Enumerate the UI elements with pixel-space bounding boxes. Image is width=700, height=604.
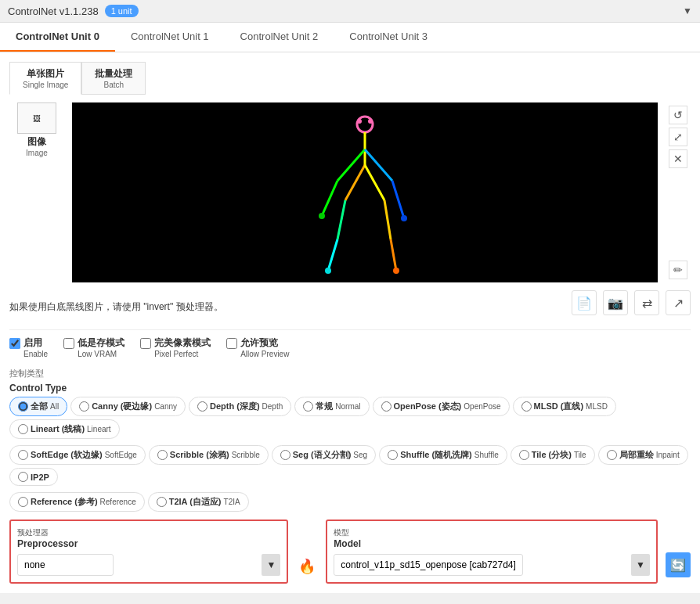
unit-badge: 1 unit: [105, 5, 139, 17]
fullscreen-btn[interactable]: ⤢: [669, 128, 687, 146]
close-image-btn[interactable]: ✕: [669, 149, 687, 168]
control-type-row1: 全部 All Canny (硬边缘) Canny Depth (深度) Dept…: [9, 397, 691, 439]
preprocessor-main-label: Preprocessor: [17, 538, 280, 549]
enable-label[interactable]: 启用: [9, 336, 42, 350]
control-type-row3: Reference (参考) Reference T2IA (自适应) T2IA: [9, 492, 691, 512]
model-select[interactable]: control_v11p_sd15_openpose [cab727d4]: [334, 554, 523, 576]
pixel-perfect-label[interactable]: 完美像素模式: [140, 336, 211, 350]
arrow-btn[interactable]: ↗: [666, 290, 691, 315]
svg-line-10: [384, 200, 391, 239]
svg-line-7: [365, 165, 384, 200]
preprocessor-panel: 预处理器 Preprocessor none openpose openpose…: [9, 520, 288, 584]
control-type-row2: SoftEdge (软边缘) SoftEdge Scribble (涂鸦) Sc…: [9, 445, 691, 486]
low-vram-label[interactable]: 低是存模式: [63, 336, 124, 350]
image-label-panel: 🖼 图像 Image: [9, 102, 64, 282]
low-vram-checkbox[interactable]: [63, 338, 74, 349]
allow-preview-checkbox[interactable]: [226, 338, 237, 349]
allow-preview-option: 允许预览 Allow Preview: [226, 336, 289, 358]
image-area: 🖼 图像 Image: [9, 102, 691, 282]
preprocessor-label: 预处理器: [17, 527, 280, 538]
content-area: 单张图片 Single Image 批量处理 Batch 🖼 图像 Image: [0, 52, 700, 593]
tabs-container: ControlNet Unit 0 ControlNet Unit 1 Cont…: [0, 23, 700, 52]
ctrl-canny[interactable]: Canny (硬边缘) Canny: [70, 397, 186, 416]
upload-file-btn[interactable]: 📄: [572, 290, 597, 315]
model-panel: 模型 Model control_v11p_sd15_openpose [cab…: [326, 520, 658, 584]
ctrl-tile[interactable]: Tile (分块) Tile: [511, 445, 595, 465]
action-buttons: 📄 📷 ⇄ ↗: [572, 290, 691, 315]
ctrl-scribble[interactable]: Scribble (涂鸦) Scribble: [149, 445, 269, 465]
control-type-heading: 控制类型 Control Type: [9, 368, 691, 394]
image-sub-label: Image: [26, 149, 48, 157]
model-main-label: Model: [334, 538, 650, 549]
refresh-btn-wrapper: 🔄: [666, 520, 691, 584]
notice-actions-row: 如果使用白底黑线图片，请使用 "invert" 预处理器。 📄 📷 ⇄ ↗: [9, 290, 691, 323]
svg-point-16: [325, 268, 331, 274]
svg-line-3: [322, 181, 337, 216]
pose-canvas: [275, 102, 455, 282]
app-title: ControlNet v1.1.238: [8, 5, 99, 17]
model-dropdown-arrow[interactable]: ▼: [631, 554, 650, 576]
fire-icon: 🔥: [296, 555, 318, 577]
low-vram-option: 低是存模式 Low VRAM: [63, 336, 124, 358]
model-select-row: control_v11p_sd15_openpose [cab727d4] ▼: [334, 554, 650, 576]
options-row: 启用 Enable 低是存模式 Low VRAM 完美像素模式 Pixel Pe…: [9, 336, 691, 358]
svg-point-12: [357, 119, 362, 124]
ctrl-normal[interactable]: 常规 Normal: [294, 397, 369, 416]
edit-image-btn[interactable]: ✏: [669, 261, 687, 279]
ctrl-reference[interactable]: Reference (参考) Reference: [9, 492, 145, 512]
fire-icon-wrapper: 🔥: [296, 520, 318, 584]
image-display[interactable]: [72, 102, 658, 282]
svg-line-5: [392, 181, 404, 218]
pixel-perfect-checkbox[interactable]: [140, 338, 151, 349]
enable-checkbox[interactable]: [9, 338, 20, 349]
model-label: 模型: [334, 527, 650, 538]
svg-line-6: [345, 165, 365, 200]
ctrl-inpaint[interactable]: 局部重绘 Inpaint: [598, 445, 688, 465]
ctrl-mlsd[interactable]: MLSD (直线) MLSD: [513, 397, 616, 416]
ctrl-shuffle[interactable]: Shuffle (随机洗牌) Shuffle: [379, 445, 507, 465]
tab-unit3[interactable]: ControlNet Unit 3: [334, 23, 443, 52]
main-tabs: ControlNet Unit 0 ControlNet Unit 1 Cont…: [0, 23, 700, 52]
tab-unit2[interactable]: ControlNet Unit 2: [225, 23, 334, 52]
svg-line-8: [337, 200, 345, 239]
bottom-panels: 预处理器 Preprocessor none openpose openpose…: [9, 520, 691, 584]
svg-point-14: [319, 213, 325, 219]
tab-unit1[interactable]: ControlNet Unit 1: [115, 23, 225, 52]
preprocessor-dropdown-wrapper: none openpose openpose_face openpose_fac…: [17, 554, 257, 576]
sub-tabs: 单张图片 Single Image 批量处理 Batch: [9, 62, 691, 95]
swap-btn[interactable]: ⇄: [634, 290, 659, 315]
svg-line-11: [391, 239, 396, 271]
notice-text: 如果使用白底黑线图片，请使用 "invert" 预处理器。: [9, 300, 223, 314]
camera-btn[interactable]: 📷: [603, 290, 628, 315]
svg-line-4: [365, 149, 392, 181]
image-main-label: 图像: [26, 135, 48, 149]
ctrl-all[interactable]: 全部 All: [9, 397, 67, 416]
refresh-model-btn[interactable]: 🔄: [666, 552, 691, 577]
app-header: ControlNet v1.1.238 1 unit ▼: [0, 0, 700, 23]
preprocessor-select-row: none openpose openpose_face openpose_fac…: [17, 554, 280, 576]
ctrl-softedge[interactable]: SoftEdge (软边缘) SoftEdge: [9, 445, 146, 465]
allow-preview-label[interactable]: 允许预览: [226, 336, 278, 350]
tab-unit0[interactable]: ControlNet Unit 0: [0, 23, 115, 52]
svg-point-15: [401, 215, 407, 221]
sub-tab-batch[interactable]: 批量处理 Batch: [81, 62, 146, 95]
model-dropdown-wrapper: control_v11p_sd15_openpose [cab727d4]: [334, 554, 626, 576]
ctrl-openpose[interactable]: OpenPose (姿态) OpenPose: [373, 397, 510, 416]
divider-1: [9, 329, 691, 330]
collapse-button[interactable]: ▼: [683, 5, 692, 16]
preprocessor-select[interactable]: none openpose openpose_face openpose_fac…: [17, 554, 114, 576]
preprocessor-dropdown-arrow[interactable]: ▼: [262, 554, 280, 576]
svg-point-13: [368, 119, 373, 124]
ctrl-depth[interactable]: Depth (深度) Depth: [189, 397, 291, 416]
svg-line-2: [337, 149, 365, 181]
svg-line-9: [328, 239, 337, 271]
ctrl-lineart[interactable]: Lineart (线稿) Lineart: [9, 419, 120, 439]
image-controls: ↺ ⤢ ✕ ✏: [666, 102, 691, 282]
ctrl-ip2p[interactable]: IP2P: [9, 468, 58, 486]
pixel-perfect-option: 完美像素模式 Pixel Perfect: [140, 336, 211, 358]
ctrl-seg[interactable]: Seg (语义分割) Seg: [272, 445, 376, 465]
svg-point-17: [393, 268, 399, 274]
ctrl-t2ia[interactable]: T2IA (自适应) T2IA: [148, 492, 249, 512]
sub-tab-single[interactable]: 单张图片 Single Image: [9, 62, 81, 95]
reset-image-btn[interactable]: ↺: [669, 106, 687, 124]
